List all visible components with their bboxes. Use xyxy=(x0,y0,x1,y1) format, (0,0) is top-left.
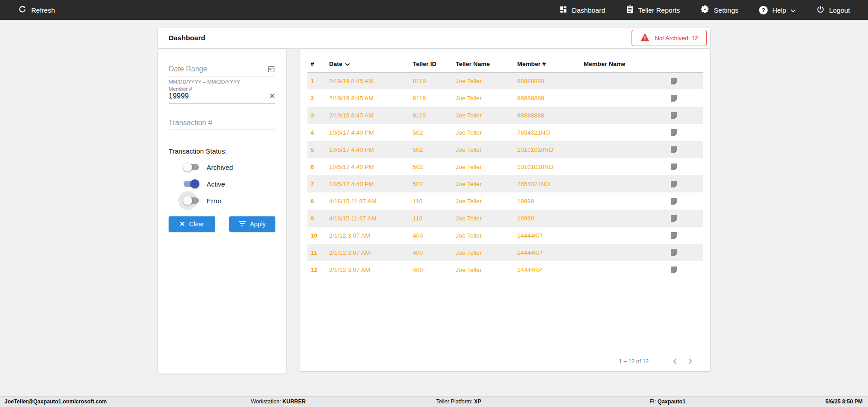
refresh-label: Refresh xyxy=(31,6,55,14)
clear-button[interactable]: ✕ Clear xyxy=(169,216,215,232)
date-range-input[interactable] xyxy=(169,65,267,73)
cell-date: 10/5/17 4:40 PM xyxy=(326,158,410,175)
cell-date: 10/5/17 4:40 PM xyxy=(326,141,410,158)
next-page-button[interactable] xyxy=(687,358,694,365)
cell-teller-name: Joe Teller xyxy=(453,192,514,210)
member-number-input[interactable] xyxy=(169,92,269,100)
active-toggle[interactable] xyxy=(183,179,199,188)
table-row[interactable]: 1 2/19/19 8:45 AM 8119 Joe Teller 888888… xyxy=(307,72,703,89)
column-header-teller-name[interactable]: Teller Name xyxy=(453,56,514,72)
table-row[interactable]: 7 10/5/17 4:40 PM 502 Joe Teller 7654321… xyxy=(307,175,703,192)
logged-in-user: JoeTeller@Qaxpauto1.onmicrosoft.com xyxy=(5,397,107,407)
cell-member-number: 88888888 xyxy=(514,89,581,107)
current-datetime: 5/6/25 8:50 PM xyxy=(826,397,863,407)
page-content: Dashboard Not Archived: 12 MM/DD/YYYY – … xyxy=(0,20,868,396)
cell-teller-name: Joe Teller xyxy=(453,141,514,158)
nav-dashboard-label: Dashboard xyxy=(572,6,605,14)
cell-member-number: 14444KP xyxy=(514,261,581,278)
row-number: 4 xyxy=(307,124,326,141)
note-icon[interactable] xyxy=(671,232,677,239)
previous-page-button[interactable] xyxy=(671,358,679,365)
cell-teller-name: Joe Teller xyxy=(453,107,514,124)
table-row[interactable]: 12 2/1/12 3:07 AM 400 Joe Teller 14444KP xyxy=(307,261,703,278)
cell-teller-id: 8119 xyxy=(410,107,453,124)
table-row[interactable]: 11 2/1/12 3:07 AM 400 Joe Teller 14444KP xyxy=(307,244,703,261)
note-icon[interactable] xyxy=(671,215,677,222)
top-nav-menu: Dashboard Teller Reports Settings ? Help xyxy=(559,5,850,15)
table-row[interactable]: 8 4/16/15 11:37 AM 110 Joe Teller 19999 xyxy=(307,192,703,210)
cell-member-number: 14444KP xyxy=(514,227,581,244)
cell-member-number: 88888888 xyxy=(514,107,581,124)
cell-date: 10/5/17 4:40 PM xyxy=(326,175,410,192)
nav-dashboard[interactable]: Dashboard xyxy=(559,5,605,15)
column-header-member-number[interactable]: Member # xyxy=(514,56,581,72)
archived-toggle[interactable] xyxy=(183,163,199,172)
column-header-member-name[interactable]: Member Name xyxy=(581,56,644,72)
cell-member-name xyxy=(581,261,644,278)
table-row[interactable]: 4 10/5/17 4:40 PM 502 Joe Teller 7654321… xyxy=(307,124,703,141)
note-icon[interactable] xyxy=(671,249,677,256)
note-icon[interactable] xyxy=(671,164,677,170)
error-toggle[interactable] xyxy=(183,196,199,205)
apply-button[interactable]: Apply xyxy=(229,216,276,232)
refresh-button[interactable]: Refresh xyxy=(18,5,55,15)
table-row[interactable]: 9 4/16/15 11:37 AM 110 Joe Teller 19999 xyxy=(307,210,703,227)
cell-member-name xyxy=(581,141,644,158)
cell-teller-name: Joe Teller xyxy=(453,261,514,278)
row-number: 2 xyxy=(307,89,326,107)
clear-member-icon[interactable]: ✕ xyxy=(269,92,275,100)
cell-teller-id: 8119 xyxy=(410,72,453,89)
table-row[interactable]: 5 10/5/17 4:40 PM 502 Joe Teller 1010101… xyxy=(307,141,703,158)
cell-member-name xyxy=(581,89,644,107)
nav-settings[interactable]: Settings xyxy=(701,5,738,15)
row-number: 3 xyxy=(307,107,326,124)
note-icon[interactable] xyxy=(671,112,677,119)
active-toggle-label: Active xyxy=(207,180,225,188)
note-icon[interactable] xyxy=(671,267,677,273)
refresh-icon xyxy=(18,5,27,15)
member-number-field: ✕ xyxy=(169,92,275,103)
apply-button-label: Apply xyxy=(250,220,266,228)
dashboard-grid-icon xyxy=(559,5,567,15)
filter-panel: MM/DD/YYYY – MM/DD/YYYY Member # ✕ Trans… xyxy=(158,49,286,374)
pagination: 1 – 12 of 12 xyxy=(619,358,694,365)
note-icon[interactable] xyxy=(671,198,677,205)
note-icon[interactable] xyxy=(671,146,677,153)
cell-teller-id: 8119 xyxy=(410,89,453,107)
note-icon[interactable] xyxy=(671,181,677,187)
table-row[interactable]: 3 2/19/19 8:45 AM 8119 Joe Teller 888888… xyxy=(307,107,703,124)
note-icon[interactable] xyxy=(671,129,677,136)
transaction-number-input[interactable] xyxy=(169,119,275,127)
cell-member-name xyxy=(581,175,644,192)
clear-button-label: Clear xyxy=(189,220,204,228)
not-archived-badge[interactable]: Not Archived: 12 xyxy=(632,30,707,46)
table-row[interactable]: 10 2/1/12 3:07 AM 400 Joe Teller 14444KP xyxy=(307,227,703,244)
member-number-label: Member # xyxy=(169,86,275,92)
cell-teller-id: 110 xyxy=(410,192,453,210)
row-number: 6 xyxy=(307,158,326,175)
row-number: 9 xyxy=(307,210,326,227)
column-header-number[interactable]: # xyxy=(307,56,326,72)
nav-help[interactable]: ? Help xyxy=(759,6,796,14)
not-archived-label: Not Archived: 12 xyxy=(655,35,698,42)
cell-teller-id: 502 xyxy=(410,124,453,141)
transactions-table: # Date Teller ID Teller Name Member # Me… xyxy=(307,56,703,278)
column-header-note xyxy=(644,56,703,72)
column-header-teller-id[interactable]: Teller ID xyxy=(410,56,453,72)
cell-teller-id: 400 xyxy=(410,227,453,244)
cell-date: 2/19/19 8:45 AM xyxy=(326,107,410,124)
table-row[interactable]: 6 10/5/17 4:40 PM 502 Joe Teller 1010101… xyxy=(307,158,703,175)
note-icon[interactable] xyxy=(671,78,677,84)
column-header-date[interactable]: Date xyxy=(326,56,410,72)
financial-institution-info: FI: Qaxpauto1 xyxy=(650,397,685,407)
cell-member-name xyxy=(581,72,644,89)
table-row[interactable]: 2 2/19/19 8:45 AM 8119 Joe Teller 888888… xyxy=(307,89,703,107)
calendar-icon[interactable] xyxy=(267,65,275,73)
nav-logout[interactable]: Logout xyxy=(816,5,850,15)
cell-teller-name: Joe Teller xyxy=(453,158,514,175)
nav-teller-reports[interactable]: Teller Reports xyxy=(626,5,680,15)
note-icon[interactable] xyxy=(671,95,677,102)
gear-icon xyxy=(701,5,709,15)
status-row-active: Active xyxy=(183,179,275,189)
cell-date: 4/16/15 11:37 AM xyxy=(326,192,410,210)
